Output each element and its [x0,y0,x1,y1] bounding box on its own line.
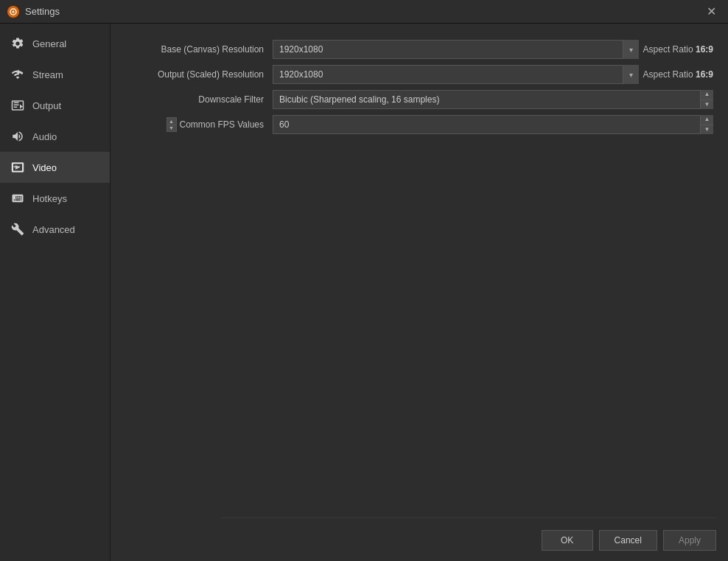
base-resolution-select[interactable]: 1920x1080 1280x720 2560x1440 3840x2160 [273,40,639,59]
content-area: Base (Canvas) Resolution 1920x1080 1280x… [111,24,728,561]
svg-point-1 [13,10,15,13]
fps-step-down-button[interactable]: ▼ [167,125,176,132]
base-resolution-control: 1920x1080 1280x720 2560x1440 3840x2160 ▾… [273,40,713,59]
fps-spin-up[interactable]: ▲ [701,115,713,125]
fps-stepper[interactable]: ▲ ▼ [167,117,177,132]
titlebar-left: Settings [7,6,60,18]
gear-icon [10,36,25,51]
output-resolution-row: Output (Scaled) Resolution 1920x1080 128… [125,63,713,86]
fps-step-up-button[interactable]: ▲ [167,118,176,125]
base-resolution-label: Base (Canvas) Resolution [125,44,273,55]
sidebar-video-label: Video [32,162,57,173]
sidebar-item-general[interactable]: General [0,28,110,59]
base-resolution-row: Base (Canvas) Resolution 1920x1080 1280x… [125,38,713,60]
titlebar: Settings ✕ [0,0,728,24]
fps-label: ▲ ▼ Common FPS Values [125,117,273,132]
app-icon [7,6,19,18]
window-title: Settings [25,6,60,17]
sidebar-audio-label: Audio [32,131,57,142]
sidebar-item-hotkeys[interactable]: Hotkeys [0,183,110,214]
audio-icon [10,129,25,144]
advanced-icon [10,222,25,237]
ok-button[interactable]: OK [542,530,593,551]
output-resolution-control: 1920x1080 1280x720 2560x1440 3840x2160 ▾… [273,65,713,84]
stream-icon [10,67,25,82]
downscale-spinbox-arrows: ▲ ▼ [700,90,713,109]
sidebar-advanced-label: Advanced [32,224,75,235]
sidebar: General Stream Output Audio [0,24,111,561]
close-button[interactable]: ✕ [702,4,721,19]
settings-form: Base (Canvas) Resolution 1920x1080 1280x… [125,38,713,139]
video-icon [10,160,25,175]
sidebar-item-advanced[interactable]: Advanced [0,214,110,245]
cancel-button[interactable]: Cancel [599,530,657,551]
output-resolution-select-wrapper: 1920x1080 1280x720 2560x1440 3840x2160 ▾ [273,65,639,84]
sidebar-item-video[interactable]: Video [0,152,110,183]
fps-spinbox-wrapper: 30 60 120 144 ▲ ▼ [273,115,713,134]
fps-row: ▲ ▼ Common FPS Values 30 60 120 144 [125,114,713,136]
sidebar-stream-label: Stream [32,69,63,80]
output-icon [10,98,25,113]
main-layout: General Stream Output Audio [0,24,728,561]
fps-select[interactable]: 30 60 120 144 [273,115,713,134]
base-resolution-select-wrapper: 1920x1080 1280x720 2560x1440 3840x2160 ▾ [273,40,639,59]
bottom-bar: OK Cancel Apply [221,518,716,551]
sidebar-hotkeys-label: Hotkeys [32,193,67,204]
output-resolution-label: Output (Scaled) Resolution [125,69,273,80]
fps-spin-down[interactable]: ▼ [701,125,713,135]
sidebar-general-label: General [32,38,66,49]
fps-spinbox-arrows: ▲ ▼ [700,115,713,134]
hotkeys-icon [10,191,25,206]
downscale-spin-up[interactable]: ▲ [701,90,713,100]
fps-control: 30 60 120 144 ▲ ▼ [273,115,713,134]
output-aspect-ratio-label: Aspect Ratio 16:9 [643,69,713,80]
apply-button[interactable]: Apply [663,530,716,551]
downscale-select[interactable]: Bilinear (Fastest, but blurry if downsca… [273,90,713,109]
downscale-row: Downscale Filter Bilinear (Fastest, but … [125,88,713,111]
output-resolution-select[interactable]: 1920x1080 1280x720 2560x1440 3840x2160 [273,65,639,84]
downscale-label: Downscale Filter [125,94,273,105]
downscale-spin-down[interactable]: ▼ [701,100,713,110]
downscale-spinbox-wrapper: Bilinear (Fastest, but blurry if downsca… [273,90,713,109]
sidebar-item-audio[interactable]: Audio [0,121,110,152]
base-aspect-ratio-label: Aspect Ratio 16:9 [643,44,713,55]
sidebar-output-label: Output [32,100,61,111]
downscale-control: Bilinear (Fastest, but blurry if downsca… [273,90,713,109]
sidebar-item-output[interactable]: Output [0,90,110,121]
sidebar-item-stream[interactable]: Stream [0,59,110,90]
